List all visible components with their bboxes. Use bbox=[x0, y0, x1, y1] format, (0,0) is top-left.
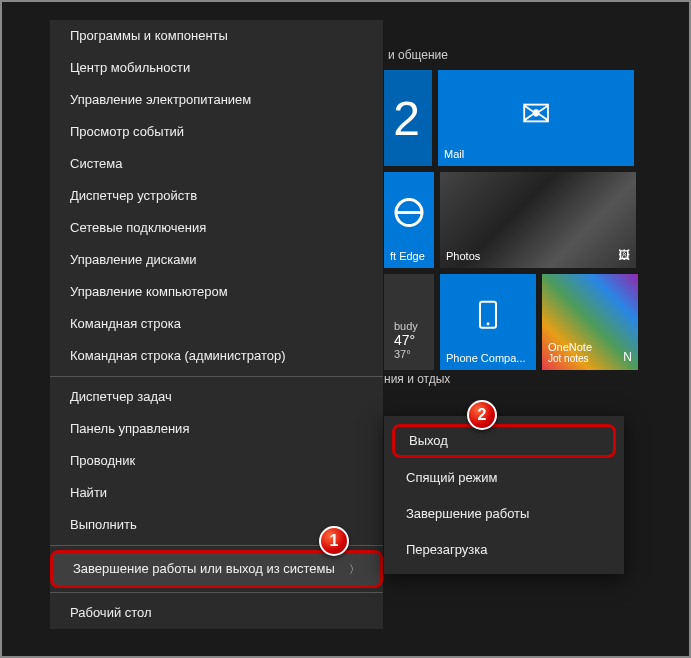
photos-tile[interactable]: Photos 🖼 bbox=[440, 172, 636, 268]
tile-label: Photos bbox=[446, 250, 630, 262]
weather-tile[interactable]: budy 47° 37° bbox=[384, 274, 434, 370]
menu-computer-management[interactable]: Управление компьютером bbox=[50, 276, 383, 308]
menu-event-viewer[interactable]: Просмотр событий bbox=[50, 116, 383, 148]
calendar-day: 2 bbox=[393, 91, 420, 146]
chevron-right-icon: 〉 bbox=[349, 561, 360, 577]
tile-sublabel: Jot notes bbox=[548, 353, 632, 364]
menu-power-options[interactable]: Управление электропитанием bbox=[50, 84, 383, 116]
edge-icon bbox=[393, 197, 425, 236]
weather-cond: budy bbox=[394, 320, 424, 332]
menu-search[interactable]: Найти bbox=[50, 477, 383, 509]
tile-label: Phone Compa... bbox=[446, 352, 530, 364]
menu-cmd-admin[interactable]: Командная строка (администратор) bbox=[50, 340, 383, 372]
tile-label: Mail bbox=[444, 148, 628, 160]
menu-network-connections[interactable]: Сетевые подключения bbox=[50, 212, 383, 244]
annotation-badge-2: 2 bbox=[467, 400, 497, 430]
weather-lo: 37° bbox=[394, 348, 424, 360]
annotation-badge-1: 1 bbox=[319, 526, 349, 556]
section-header: и общение bbox=[384, 38, 664, 70]
menu-system[interactable]: Система bbox=[50, 148, 383, 180]
tile-label: ft Edge bbox=[390, 250, 428, 262]
start-tiles-area: и общение 2 ✉ Mail ft Edge Photos 🖼 budy… bbox=[384, 2, 664, 376]
mail-icon: ✉ bbox=[521, 93, 551, 135]
menu-disk-management[interactable]: Управление дисками bbox=[50, 244, 383, 276]
menu-task-manager[interactable]: Диспетчер задач bbox=[50, 381, 383, 413]
submenu-sleep[interactable]: Спящий режим bbox=[384, 460, 624, 496]
submenu-signout[interactable]: Выход bbox=[392, 424, 616, 458]
shutdown-submenu: Выход Спящий режим Завершение работы Пер… bbox=[384, 416, 624, 574]
menu-desktop[interactable]: Рабочий стол bbox=[50, 597, 383, 629]
menu-separator bbox=[50, 376, 383, 377]
menu-cmd[interactable]: Командная строка bbox=[50, 308, 383, 340]
svg-point-2 bbox=[487, 322, 490, 325]
menu-mobility-center[interactable]: Центр мобильности bbox=[50, 52, 383, 84]
menu-separator bbox=[50, 592, 383, 593]
menu-device-manager[interactable]: Диспетчер устройств bbox=[50, 180, 383, 212]
menu-control-panel[interactable]: Панель управления bbox=[50, 413, 383, 445]
menu-file-explorer[interactable]: Проводник bbox=[50, 445, 383, 477]
calendar-tile[interactable]: 2 bbox=[384, 70, 432, 166]
menu-programs-features[interactable]: Программы и компоненты bbox=[50, 20, 383, 52]
weather-hi: 47° bbox=[394, 332, 424, 348]
onenote-tile[interactable]: OneNote Jot notes N bbox=[542, 274, 638, 370]
phone-companion-tile[interactable]: Phone Compa... bbox=[440, 274, 536, 370]
tile-label: OneNote bbox=[548, 341, 632, 353]
menu-label: Завершение работы или выход из системы bbox=[73, 561, 335, 577]
submenu-restart[interactable]: Перезагрузка bbox=[384, 532, 624, 568]
edge-tile[interactable]: ft Edge bbox=[384, 172, 434, 268]
submenu-shutdown[interactable]: Завершение работы bbox=[384, 496, 624, 532]
section-header: ния и отдых bbox=[384, 372, 450, 386]
onenote-icon: N bbox=[623, 350, 632, 364]
mail-tile[interactable]: ✉ Mail bbox=[438, 70, 634, 166]
phone-icon bbox=[476, 300, 500, 337]
